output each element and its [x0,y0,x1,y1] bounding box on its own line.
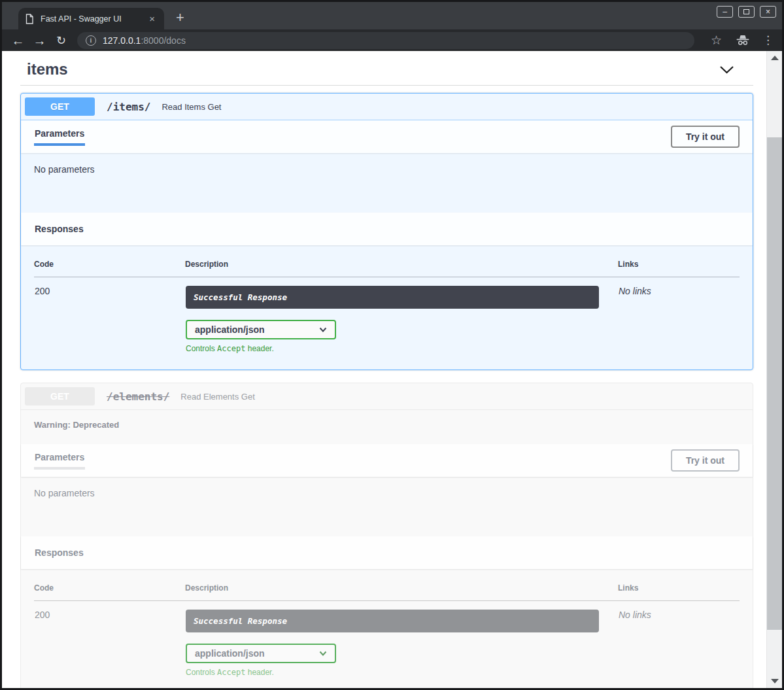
parameters-body: No parameters [21,153,753,213]
forward-button[interactable]: → [29,34,50,47]
browser-tab[interactable]: Fast API - Swagger UI × [18,8,164,29]
table-row: 200 Successful Response application/json [34,277,740,354]
scroll-down-arrow-icon[interactable] [771,679,779,683]
operation-summary-text: Read Items Get [162,102,221,112]
responses-body: Code Description Links 200 Successful Re… [21,569,753,688]
browser-toolbar: ← → ↻ i 127.0.0.1:8000/docs ☆ ⋮ [2,29,782,51]
try-it-out-button[interactable]: Try it out [671,126,740,148]
no-parameters-text: No parameters [34,164,95,175]
browser-window: Fast API - Swagger UI × + – × ← → ↻ i 12… [0,0,784,690]
parameters-header: Parameters Try it out [21,120,753,153]
url-host: 127.0.0.1 [103,35,141,46]
active-tab-indicator [34,467,85,470]
responses-body: Code Description Links 200 Successful Re… [21,245,753,370]
page-viewport: items GET /items/ Read Items Get Paramet… [2,51,782,688]
column-header-description: Description [185,253,618,277]
no-parameters-text: No parameters [34,488,95,498]
bookmark-star-icon[interactable]: ☆ [711,33,722,48]
column-header-code: Code [34,577,185,601]
response-description-panel: Successful Response [186,286,599,309]
table-row: 200 Successful Response application/json [34,601,740,678]
reload-button[interactable]: ↻ [50,34,72,47]
chevron-down-icon [319,651,327,656]
media-type-select[interactable]: application/json [186,320,336,339]
tab-parameters[interactable]: Parameters [34,128,85,146]
deprecation-warning: Warning: Deprecated [21,410,753,444]
status-code: 200 [34,601,185,678]
column-header-links: Links [618,253,740,277]
opblock-get-items: GET /items/ Read Items Get Parameters Tr… [20,93,753,370]
responses-header: Responses [21,536,753,569]
scroll-up-arrow-icon[interactable] [771,56,779,60]
close-window-button[interactable]: × [760,6,776,18]
scrollbar-thumb[interactable] [767,137,782,630]
operation-path: /elements/ [107,390,169,403]
scrollbar[interactable] [766,51,782,688]
chevron-down-icon [319,327,327,332]
incognito-icon [735,35,751,46]
operation-summary-text: Read Elements Get [180,392,254,402]
window-controls: – × [717,6,776,18]
column-header-links: Links [618,577,740,601]
back-button[interactable]: ← [7,34,29,47]
active-tab-indicator [34,143,85,146]
collapse-chevron-icon[interactable] [717,63,737,77]
column-header-code: Code [34,253,185,277]
maximize-button[interactable] [738,6,755,18]
new-tab-button[interactable]: + [176,10,184,25]
try-it-out-button[interactable]: Try it out [671,449,740,472]
address-bar[interactable]: i 127.0.0.1:8000/docs [77,32,694,49]
links-value: No links [618,601,740,678]
page-favicon-icon [25,14,34,24]
responses-title: Responses [34,224,84,234]
responses-table: Code Description Links 200 Successful Re… [34,253,740,354]
operation-summary[interactable]: GET /items/ Read Items Get [21,94,753,120]
parameters-header: Parameters Try it out [21,444,753,477]
tag-section-header: items [20,59,753,86]
responses-header: Responses [21,213,753,245]
media-type-select[interactable]: application/json [186,644,336,663]
browser-menu-icon[interactable]: ⋮ [762,33,774,47]
links-value: No links [618,277,740,354]
method-badge: GET [25,97,95,116]
tab-parameters[interactable]: Parameters [34,452,85,470]
tag-title: items [27,60,68,78]
operation-summary[interactable]: GET /elements/ Read Elements Get [21,383,753,410]
parameters-body: No parameters [21,477,753,536]
site-info-icon[interactable]: i [86,35,96,46]
tab-title: Fast API - Swagger UI [41,14,146,24]
response-description-panel: Successful Response [186,610,599,632]
method-badge: GET [25,387,95,405]
minimize-button[interactable]: – [717,6,733,18]
tab-close-icon[interactable]: × [146,14,158,24]
column-header-description: Description [185,577,618,601]
accept-header-note: Controls Accept header. [186,344,617,353]
maximize-icon [743,9,749,14]
operation-path: /items/ [107,101,150,113]
responses-title: Responses [34,547,84,558]
status-code: 200 [34,277,185,354]
url-path: :8000/docs [141,35,186,46]
swagger-page: items GET /items/ Read Items Get Paramet… [2,51,766,688]
responses-table: Code Description Links 200 Successful Re… [34,577,740,678]
accept-header-note: Controls Accept header. [186,668,617,677]
tab-strip: Fast API - Swagger UI × + – × [2,2,782,29]
opblock-get-elements-deprecated: GET /elements/ Read Elements Get Warning… [20,383,753,688]
